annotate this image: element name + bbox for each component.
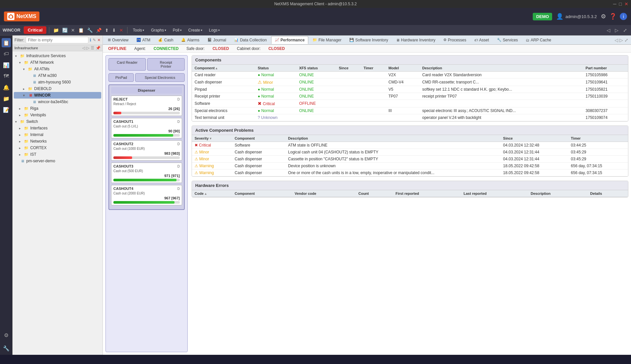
cassette-cashout1[interactable]: CASHOUT1 D Cash out (5 LVL) 90 [90] xyxy=(111,118,182,138)
poll-menu[interactable]: Poll▾ xyxy=(170,27,184,34)
tab-scroll-right[interactable]: ▷ xyxy=(619,37,623,43)
logs-menu[interactable]: Logs▾ xyxy=(206,27,222,34)
minimize-btn[interactable]: ─ xyxy=(613,1,617,7)
left-arrow-icon[interactable]: ◁ xyxy=(605,27,612,34)
delete-icon[interactable]: ✕ xyxy=(118,27,125,34)
special-electronics-box[interactable]: Special Electronics xyxy=(135,73,185,82)
window-controls[interactable]: ─ □ ✕ xyxy=(613,1,628,7)
filter-clear-icon[interactable]: ✕ xyxy=(97,38,101,42)
col-status[interactable]: Status xyxy=(255,65,296,72)
col-component[interactable]: Component xyxy=(232,135,286,142)
col-severity[interactable]: Severity ▾ xyxy=(192,135,232,142)
cassette-reject[interactable]: REJECT D Retract / Reject 26 [26] xyxy=(111,96,182,116)
cassette-cashout4[interactable]: CASHOUT4 D Cash out (2000 EUR) 967 [967] xyxy=(111,185,182,205)
tree-item-ventspils[interactable]: ▸ 📁 Ventspils xyxy=(14,112,101,118)
receipt-printer-box[interactable]: ReceiptPrinter xyxy=(147,58,185,71)
sidebar-pin-icon[interactable]: 📌 xyxy=(96,46,101,50)
close-btn[interactable]: ✕ xyxy=(624,1,628,7)
sidebar-back-icon[interactable]: ◁ xyxy=(82,46,85,50)
expand-icon[interactable]: ⤢ xyxy=(622,27,628,34)
graphs-menu[interactable]: Graphs▾ xyxy=(148,27,169,34)
export-down-icon[interactable]: ⬇ xyxy=(111,27,117,34)
tree-item-atm-w280[interactable]: 🖥 ATM w280 xyxy=(14,72,101,79)
col-description[interactable]: Description xyxy=(286,135,501,142)
create-menu[interactable]: Create▾ xyxy=(186,27,205,34)
nav-icon-settings[interactable]: ⚙ xyxy=(2,330,11,340)
help-icon[interactable]: ❓ xyxy=(609,13,617,20)
pin-icon[interactable]: 📌 xyxy=(95,27,103,34)
tree-item-atm-hyosung[interactable]: 🖥 atm-hyosung 5600 xyxy=(14,79,101,85)
tab-expand[interactable]: ⤢ xyxy=(624,37,628,43)
nav-icon-map[interactable]: 🗺 xyxy=(2,72,11,81)
col-vendor-code[interactable]: Vendor code xyxy=(292,190,356,197)
cassette-cashout2[interactable]: CASHOUT2 D Cash out (1000 EUR) 983 [983] xyxy=(111,140,182,161)
tools-menu[interactable]: Tools▾ xyxy=(130,27,147,34)
tab-cash[interactable]: 💰Cash xyxy=(154,36,177,44)
tree-item-riga[interactable]: ▸ 📁 Riga xyxy=(14,105,101,112)
tab-journal[interactable]: 📓Journal xyxy=(204,36,230,44)
tab-services[interactable]: 🔧Services xyxy=(493,36,522,44)
tab-scroll-left[interactable]: ◁ xyxy=(615,37,618,43)
col-first-reported[interactable]: First reported xyxy=(393,190,461,197)
tree-item-atm-network[interactable]: ▾ 📁 ATM Network xyxy=(14,59,101,66)
tab-software-inventory[interactable]: 💾Software Inventory xyxy=(346,36,392,44)
nav-icon-log[interactable]: 📝 xyxy=(2,105,11,114)
col-timer[interactable]: Timer xyxy=(361,65,386,72)
info-icon[interactable]: i xyxy=(620,13,627,20)
filter-info-icon[interactable]: ℹ xyxy=(90,38,91,42)
col-component[interactable]: Component xyxy=(232,190,292,197)
sidebar-forward-icon[interactable]: ▷ xyxy=(86,46,89,50)
col-last-reported[interactable]: Last reported xyxy=(461,190,528,197)
nav-icon-files[interactable]: 📁 xyxy=(2,94,11,103)
nav-icon-tools[interactable]: 🔧 xyxy=(2,344,11,353)
card-reader-box[interactable]: Card Reader xyxy=(108,58,146,71)
tab-file-manager[interactable]: 📁File Manager xyxy=(309,36,345,44)
settings-icon[interactable]: ⚙ xyxy=(601,13,606,20)
tree-item-switch[interactable]: ▾ 📁 Switch xyxy=(14,118,101,125)
right-arrow-icon[interactable]: ▷ xyxy=(614,27,620,34)
tree-item-all-atms[interactable]: ▾ 📁 All ATMs xyxy=(14,66,101,72)
tab-arp-cache[interactable]: 🗂ARP Cache xyxy=(522,36,555,44)
filter-input[interactable] xyxy=(26,37,88,43)
col-since[interactable]: Since xyxy=(336,65,361,72)
nav-icon-tags[interactable]: 🏷 xyxy=(2,49,11,58)
refresh-icon[interactable]: 🔄 xyxy=(61,27,69,34)
tree-item-internal[interactable]: ▸ 📁 Internal xyxy=(14,131,101,138)
cassette-cashout3[interactable]: CASHOUT3 D Cash out (500 EUR) 971 [971] xyxy=(111,163,182,183)
config-icon[interactable]: 🔧 xyxy=(86,27,94,34)
tab-hardware-inventory[interactable]: 🖥Hardware Inventory xyxy=(392,36,439,44)
tree-item-interfaces[interactable]: ▸ 📁 Interfaces xyxy=(14,125,101,131)
col-description[interactable]: Description xyxy=(528,190,588,197)
col-component[interactable]: Component ▴ xyxy=(192,65,255,72)
nav-icon-overview[interactable]: 📋 xyxy=(2,38,11,47)
sidebar-filter-icon[interactable]: ☰ xyxy=(91,46,94,50)
nav-icon-alarm[interactable]: 🔔 xyxy=(2,83,11,92)
tree-item-infrastructure-services[interactable]: ▾ 📁 Infrastructure Services xyxy=(14,53,101,59)
tree-item-pm-server[interactable]: 🖥 pm-server-demo xyxy=(14,158,101,164)
tree-item-diebold[interactable]: ▸ 📁 DIEBOLD xyxy=(14,85,101,92)
col-count[interactable]: Count xyxy=(356,190,393,197)
copy-icon[interactable]: 📋 xyxy=(77,27,85,34)
col-details[interactable]: Details xyxy=(588,190,628,197)
col-description[interactable]: Description xyxy=(420,65,583,72)
folder-open-icon[interactable]: 📁 xyxy=(52,27,60,34)
col-model[interactable]: Model xyxy=(386,65,420,72)
filter-edit-icon[interactable]: ✎ xyxy=(93,38,96,42)
node-status-button[interactable]: Critical xyxy=(24,26,46,34)
tree-item-ist[interactable]: ▸ 📁 IST xyxy=(14,151,101,158)
col-part[interactable]: Part number xyxy=(583,65,628,72)
export-up-icon[interactable]: ⬆ xyxy=(104,27,110,34)
nav-icon-chart[interactable]: 📊 xyxy=(2,60,11,70)
tab-asset[interactable]: 🏷Asset xyxy=(471,36,493,44)
tab-overview[interactable]: ⊞Overview xyxy=(104,36,132,44)
maximize-btn[interactable]: □ xyxy=(619,1,622,7)
tree-item-wincor-sub[interactable]: 🖥 wincor-ba3e45bc xyxy=(14,99,101,105)
col-code[interactable]: Code ▴ xyxy=(192,190,232,197)
pinpad-box[interactable]: PinPad xyxy=(108,73,134,82)
tree-item-wincor[interactable]: ▾ 🖥 WINCOR xyxy=(14,92,101,99)
tree-item-networks[interactable]: ▸ 📁 Networks xyxy=(14,138,101,145)
close-icon[interactable]: ✕ xyxy=(70,27,76,34)
tab-data-collection[interactable]: 📊Data Collection xyxy=(230,36,270,44)
tab-atm[interactable]: 🏧ATM xyxy=(133,36,154,44)
col-xfs[interactable]: XFS status xyxy=(296,65,336,72)
